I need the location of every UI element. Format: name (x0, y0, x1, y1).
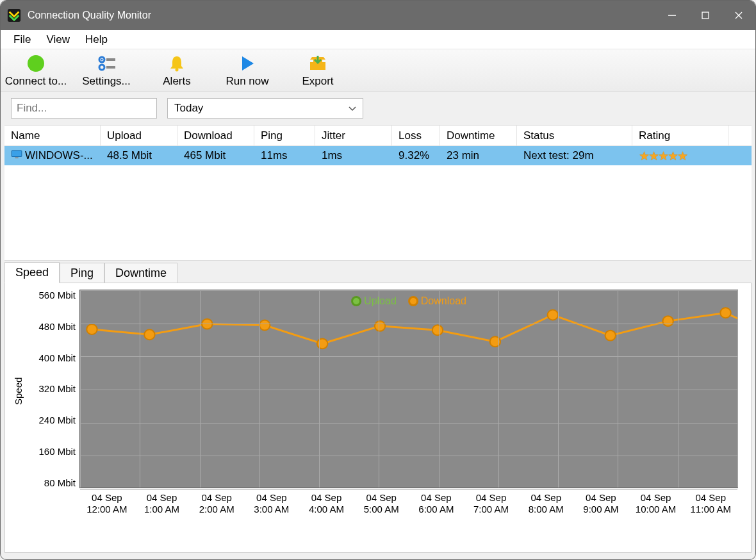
connect-to-label: Connect to... (5, 75, 67, 88)
menu-view[interactable]: View (38, 31, 78, 49)
ytick: 320 Mbit (38, 383, 76, 394)
y-axis-label: Speed (13, 377, 24, 405)
xtick: 04 Sep11:00 AM (683, 492, 738, 515)
row-rating: ★★★★★ (632, 146, 728, 165)
green-circle-icon (27, 53, 45, 74)
run-now-button[interactable]: Run now (212, 52, 283, 88)
maximize-button[interactable] (689, 1, 722, 30)
ytick: 240 Mbit (38, 415, 76, 425)
legend-dot-download (408, 296, 418, 306)
col-ping-header[interactable]: Ping (254, 126, 315, 145)
close-button[interactable] (722, 1, 755, 30)
svg-point-7 (101, 58, 103, 60)
row-loss: 9.32% (392, 146, 440, 165)
chevron-down-icon (349, 102, 356, 115)
search-input[interactable] (11, 98, 157, 119)
col-loss-header[interactable]: Loss (392, 126, 440, 145)
alerts-label: Alerts (163, 75, 190, 88)
xtick: 04 Sep12:00 AM (79, 492, 135, 515)
svg-point-32 (432, 325, 443, 335)
xtick: 04 Sep2:00 AM (189, 492, 244, 515)
play-icon (238, 53, 256, 74)
xtick: 04 Sep4:00 AM (299, 492, 354, 515)
legend-download: Download (421, 295, 466, 307)
app-icon (7, 8, 21, 22)
svg-rect-8 (106, 58, 115, 61)
row-status: Next test: 29m (517, 146, 632, 165)
window-controls (655, 1, 755, 30)
col-upload-header[interactable]: Upload (101, 126, 177, 145)
row-download: 465 Mbit (177, 146, 254, 165)
xtick: 04 Sep7:00 AM (464, 492, 519, 515)
xtick: 04 Sep10:00 AM (629, 492, 684, 515)
connections-table: Name Upload Download Ping Jitter Loss Do… (4, 125, 752, 261)
row-ping: 11ms (254, 146, 315, 165)
chart-legend: Upload Download (351, 295, 466, 307)
export-label: Export (302, 75, 333, 88)
tab-ping[interactable]: Ping (60, 263, 104, 283)
menubar: File View Help (1, 30, 755, 49)
chart-tabs: Speed Ping Downtime (1, 261, 755, 283)
row-jitter: 1ms (315, 146, 392, 165)
svg-point-35 (605, 331, 615, 341)
tab-downtime[interactable]: Downtime (104, 263, 177, 283)
date-range-select[interactable]: Today (167, 98, 363, 119)
ytick: 160 Mbit (38, 446, 76, 457)
svg-point-11 (176, 68, 179, 71)
chart-series (80, 290, 737, 488)
ytick: 480 Mbit (38, 321, 76, 332)
col-download-header[interactable]: Download (177, 126, 254, 145)
svg-point-5 (28, 55, 44, 72)
x-axis: 04 Sep12:00 AM04 Sep1:00 AM04 Sep2:00 AM… (79, 492, 738, 515)
col-status-header[interactable]: Status (517, 126, 632, 145)
date-range-value: Today (174, 102, 203, 115)
y-axis: 560 Mbit 480 Mbit 400 Mbit 320 Mbit 240 … (36, 290, 79, 488)
menu-help[interactable]: Help (78, 31, 115, 49)
ytick: 400 Mbit (38, 352, 76, 363)
svg-rect-13 (15, 157, 18, 158)
svg-rect-2 (702, 12, 709, 19)
svg-point-37 (720, 308, 730, 318)
main-window: Connection Quality Monitor File View Hel… (0, 0, 756, 560)
minimize-button[interactable] (655, 1, 689, 30)
xtick: 04 Sep3:00 AM (244, 492, 299, 515)
svg-rect-12 (12, 151, 22, 157)
xtick: 04 Sep5:00 AM (354, 492, 409, 515)
svg-point-36 (662, 316, 673, 326)
window-title: Connection Quality Monitor (28, 10, 655, 21)
col-jitter-header[interactable]: Jitter (315, 126, 392, 145)
col-rating-header[interactable]: Rating (632, 126, 728, 145)
ytick: 80 Mbit (44, 477, 76, 488)
chart-plot[interactable]: Upload Download (79, 290, 738, 488)
toolbar: Connect to... Settings... Alerts Run now… (1, 49, 755, 92)
titlebar: Connection Quality Monitor (1, 1, 755, 30)
monitor-icon (11, 149, 22, 162)
table-row[interactable]: WINDOWS-... 48.5 Mbit 465 Mbit 11ms 1ms … (4, 146, 752, 165)
svg-point-31 (375, 321, 385, 331)
row-downtime: 23 min (440, 146, 517, 165)
run-now-label: Run now (226, 75, 268, 88)
col-name-header[interactable]: Name (4, 126, 101, 145)
xtick: 04 Sep1:00 AM (135, 492, 190, 515)
chart-panel: Speed 560 Mbit 480 Mbit 400 Mbit 320 Mbi… (4, 283, 752, 553)
svg-point-26 (86, 324, 97, 334)
tab-speed[interactable]: Speed (4, 262, 60, 283)
export-button[interactable]: Export (283, 52, 353, 88)
alerts-button[interactable]: Alerts (142, 52, 212, 88)
svg-point-27 (144, 329, 154, 340)
table-header: Name Upload Download Ping Jitter Loss Do… (4, 126, 752, 146)
settings-button[interactable]: Settings... (71, 52, 142, 88)
filter-bar: Today (1, 92, 755, 125)
xtick: 04 Sep6:00 AM (409, 492, 464, 515)
row-name: WINDOWS-... (25, 149, 93, 162)
svg-rect-10 (106, 66, 115, 69)
menu-file[interactable]: File (6, 31, 38, 49)
settings-icon (96, 53, 117, 74)
xtick: 04 Sep9:00 AM (573, 492, 629, 515)
settings-label: Settings... (82, 75, 131, 88)
bell-icon (168, 53, 186, 74)
connect-to-button[interactable]: Connect to... (1, 52, 71, 88)
xtick: 04 Sep8:00 AM (518, 492, 573, 515)
svg-point-9 (99, 65, 104, 70)
col-downtime-header[interactable]: Downtime (440, 126, 517, 145)
